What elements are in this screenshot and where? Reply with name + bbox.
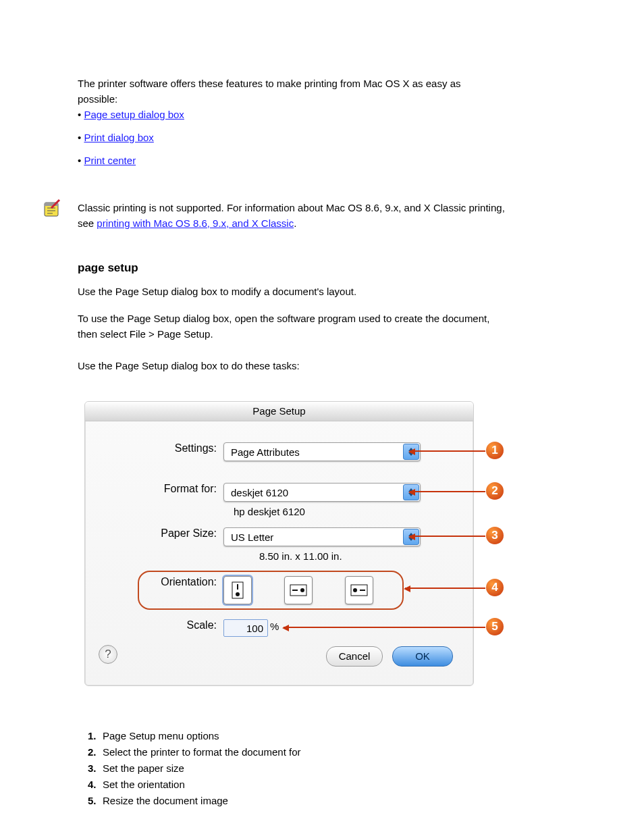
callout-2: 2: [486, 482, 504, 500]
callout-arrow-4: [405, 588, 485, 589]
paper-subtext: 8.50 in. x 11.00 in.: [259, 550, 342, 562]
callout-5: 5: [486, 618, 504, 635]
label-orientation: Orientation:: [84, 576, 217, 588]
format-subtext: hp deskjet 6120: [234, 506, 305, 517]
cancel-button[interactable]: Cancel: [326, 646, 383, 667]
portrait-icon: [230, 581, 245, 600]
callout-arrow-5: [284, 627, 485, 628]
link-print-center[interactable]: Print center: [84, 155, 136, 166]
callout-legend: 1.Page Setup menu options 2.Select the p…: [88, 728, 520, 809]
landscape-left-icon: [289, 583, 308, 598]
orientation-landscape-left-button[interactable]: [284, 576, 313, 604]
callout-arrow-3: [410, 536, 485, 537]
popup-paper-size[interactable]: US Letter: [223, 527, 421, 546]
dialog-title: Page Setup: [85, 402, 473, 421]
orientation-portrait-button[interactable]: [223, 576, 252, 604]
callout-arrow-2: [410, 491, 485, 492]
help-button[interactable]: ?: [99, 645, 117, 664]
svg-point-8: [236, 592, 240, 596]
popup-paper-value: US Letter: [231, 531, 273, 543]
intro-text: The printer software offers these featur…: [78, 76, 503, 107]
callout-arrow-1: [410, 450, 485, 452]
section-para: Use the Page Setup dialog box to modify …: [78, 284, 503, 299]
popup-format-for[interactable]: deskjet 6120: [223, 483, 421, 502]
popup-format-value: deskjet 6120: [231, 487, 288, 498]
scale-percent: %: [270, 621, 279, 632]
section-heading-page-setup: page setup: [78, 259, 503, 277]
label-settings: Settings:: [84, 442, 217, 454]
label-paper-size: Paper Size:: [84, 527, 217, 540]
link-classic-printing[interactable]: printing with Mac OS 8.6, 9.x, and X Cla…: [97, 217, 294, 229]
scale-input[interactable]: [223, 619, 268, 637]
label-format-for: Format for:: [84, 483, 217, 495]
steps-1: To use the Page Setup dialog box, open t…: [78, 311, 510, 342]
page-setup-dialog: Page Setup Settings: Page Attributes For…: [84, 401, 474, 686]
link-print-dialog[interactable]: Print dialog box: [84, 132, 153, 143]
svg-point-11: [300, 588, 304, 592]
link-page-setup[interactable]: Page setup dialog box: [84, 109, 184, 120]
note-icon: [42, 197, 63, 219]
ok-button[interactable]: OK: [392, 646, 453, 667]
callout-1: 1: [486, 442, 504, 459]
popup-settings-value: Page Attributes: [231, 446, 300, 458]
orientation-landscape-right-button[interactable]: [345, 576, 373, 604]
popup-settings[interactable]: Page Attributes: [223, 442, 421, 461]
note-text: Classic printing is not supported. For i…: [78, 200, 510, 232]
svg-point-13: [353, 588, 357, 592]
callout-4: 4: [486, 579, 504, 596]
callout-3: 3: [486, 527, 504, 544]
landscape-right-icon: [350, 583, 369, 598]
steps-2: Use the Page Setup dialog box to do thes…: [78, 358, 503, 373]
label-scale: Scale:: [84, 619, 217, 631]
